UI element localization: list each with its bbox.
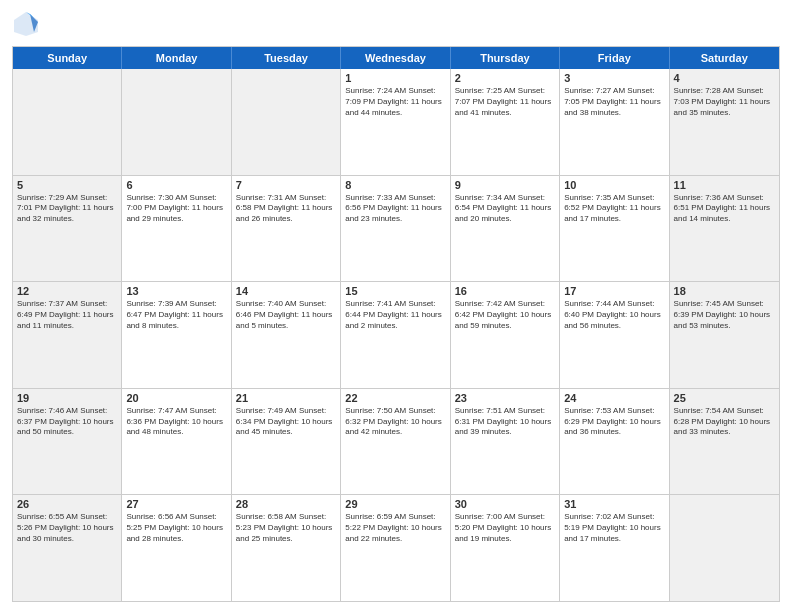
day-info: Sunrise: 7:31 AM Sunset: 6:58 PM Dayligh… [236,193,336,225]
day-info: Sunrise: 7:47 AM Sunset: 6:36 PM Dayligh… [126,406,226,438]
day-info: Sunrise: 7:25 AM Sunset: 7:07 PM Dayligh… [455,86,555,118]
day-number: 3 [564,72,664,84]
day-info: Sunrise: 7:00 AM Sunset: 5:20 PM Dayligh… [455,512,555,544]
calendar-cell-19: 19Sunrise: 7:46 AM Sunset: 6:37 PM Dayli… [13,389,122,495]
day-number: 7 [236,179,336,191]
day-number: 15 [345,285,445,297]
calendar-cell-17: 17Sunrise: 7:44 AM Sunset: 6:40 PM Dayli… [560,282,669,388]
day-info: Sunrise: 7:42 AM Sunset: 6:42 PM Dayligh… [455,299,555,331]
day-info: Sunrise: 7:34 AM Sunset: 6:54 PM Dayligh… [455,193,555,225]
calendar-row-1: 1Sunrise: 7:24 AM Sunset: 7:09 PM Daylig… [13,69,779,176]
day-number: 12 [17,285,117,297]
day-number: 4 [674,72,775,84]
calendar-cell-29: 29Sunrise: 6:59 AM Sunset: 5:22 PM Dayli… [341,495,450,601]
day-info: Sunrise: 6:55 AM Sunset: 5:26 PM Dayligh… [17,512,117,544]
day-info: Sunrise: 7:30 AM Sunset: 7:00 PM Dayligh… [126,193,226,225]
day-number: 22 [345,392,445,404]
day-number: 18 [674,285,775,297]
day-number: 13 [126,285,226,297]
calendar-header: SundayMondayTuesdayWednesdayThursdayFrid… [13,47,779,69]
day-info: Sunrise: 7:02 AM Sunset: 5:19 PM Dayligh… [564,512,664,544]
calendar-cell-31: 31Sunrise: 7:02 AM Sunset: 5:19 PM Dayli… [560,495,669,601]
day-number: 31 [564,498,664,510]
calendar-cell-14: 14Sunrise: 7:40 AM Sunset: 6:46 PM Dayli… [232,282,341,388]
day-number: 25 [674,392,775,404]
calendar-cell-empty-4-6 [670,495,779,601]
calendar-cell-12: 12Sunrise: 7:37 AM Sunset: 6:49 PM Dayli… [13,282,122,388]
calendar-cell-16: 16Sunrise: 7:42 AM Sunset: 6:42 PM Dayli… [451,282,560,388]
day-number: 6 [126,179,226,191]
calendar-cell-1: 1Sunrise: 7:24 AM Sunset: 7:09 PM Daylig… [341,69,450,175]
day-number: 28 [236,498,336,510]
calendar-row-4: 19Sunrise: 7:46 AM Sunset: 6:37 PM Dayli… [13,389,779,496]
day-number: 10 [564,179,664,191]
day-info: Sunrise: 7:27 AM Sunset: 7:05 PM Dayligh… [564,86,664,118]
day-number: 23 [455,392,555,404]
day-info: Sunrise: 7:40 AM Sunset: 6:46 PM Dayligh… [236,299,336,331]
calendar-cell-3: 3Sunrise: 7:27 AM Sunset: 7:05 PM Daylig… [560,69,669,175]
day-info: Sunrise: 7:49 AM Sunset: 6:34 PM Dayligh… [236,406,336,438]
calendar-cell-26: 26Sunrise: 6:55 AM Sunset: 5:26 PM Dayli… [13,495,122,601]
calendar-cell-21: 21Sunrise: 7:49 AM Sunset: 6:34 PM Dayli… [232,389,341,495]
page: SundayMondayTuesdayWednesdayThursdayFrid… [0,0,792,612]
calendar-body: 1Sunrise: 7:24 AM Sunset: 7:09 PM Daylig… [13,69,779,601]
header-day-sunday: Sunday [13,47,122,69]
day-number: 20 [126,392,226,404]
calendar-cell-empty-0-0 [13,69,122,175]
calendar-cell-10: 10Sunrise: 7:35 AM Sunset: 6:52 PM Dayli… [560,176,669,282]
day-number: 14 [236,285,336,297]
day-number: 5 [17,179,117,191]
calendar-cell-23: 23Sunrise: 7:51 AM Sunset: 6:31 PM Dayli… [451,389,560,495]
header-day-saturday: Saturday [670,47,779,69]
calendar-cell-8: 8Sunrise: 7:33 AM Sunset: 6:56 PM Daylig… [341,176,450,282]
day-number: 24 [564,392,664,404]
calendar-row-5: 26Sunrise: 6:55 AM Sunset: 5:26 PM Dayli… [13,495,779,601]
calendar-row-2: 5Sunrise: 7:29 AM Sunset: 7:01 PM Daylig… [13,176,779,283]
calendar-cell-25: 25Sunrise: 7:54 AM Sunset: 6:28 PM Dayli… [670,389,779,495]
calendar-cell-2: 2Sunrise: 7:25 AM Sunset: 7:07 PM Daylig… [451,69,560,175]
calendar-cell-7: 7Sunrise: 7:31 AM Sunset: 6:58 PM Daylig… [232,176,341,282]
calendar-cell-empty-0-2 [232,69,341,175]
day-number: 8 [345,179,445,191]
day-info: Sunrise: 6:56 AM Sunset: 5:25 PM Dayligh… [126,512,226,544]
header-day-thursday: Thursday [451,47,560,69]
calendar-cell-30: 30Sunrise: 7:00 AM Sunset: 5:20 PM Dayli… [451,495,560,601]
calendar-cell-22: 22Sunrise: 7:50 AM Sunset: 6:32 PM Dayli… [341,389,450,495]
day-info: Sunrise: 6:58 AM Sunset: 5:23 PM Dayligh… [236,512,336,544]
calendar-cell-20: 20Sunrise: 7:47 AM Sunset: 6:36 PM Dayli… [122,389,231,495]
calendar-cell-28: 28Sunrise: 6:58 AM Sunset: 5:23 PM Dayli… [232,495,341,601]
day-number: 1 [345,72,445,84]
day-number: 26 [17,498,117,510]
calendar-row-3: 12Sunrise: 7:37 AM Sunset: 6:49 PM Dayli… [13,282,779,389]
calendar: SundayMondayTuesdayWednesdayThursdayFrid… [12,46,780,602]
day-info: Sunrise: 7:28 AM Sunset: 7:03 PM Dayligh… [674,86,775,118]
day-info: Sunrise: 7:39 AM Sunset: 6:47 PM Dayligh… [126,299,226,331]
day-info: Sunrise: 7:46 AM Sunset: 6:37 PM Dayligh… [17,406,117,438]
day-info: Sunrise: 7:50 AM Sunset: 6:32 PM Dayligh… [345,406,445,438]
day-number: 27 [126,498,226,510]
day-number: 29 [345,498,445,510]
day-number: 17 [564,285,664,297]
day-number: 2 [455,72,555,84]
day-info: Sunrise: 6:59 AM Sunset: 5:22 PM Dayligh… [345,512,445,544]
day-number: 21 [236,392,336,404]
logo [12,10,44,38]
calendar-cell-9: 9Sunrise: 7:34 AM Sunset: 6:54 PM Daylig… [451,176,560,282]
day-info: Sunrise: 7:35 AM Sunset: 6:52 PM Dayligh… [564,193,664,225]
calendar-cell-4: 4Sunrise: 7:28 AM Sunset: 7:03 PM Daylig… [670,69,779,175]
day-info: Sunrise: 7:29 AM Sunset: 7:01 PM Dayligh… [17,193,117,225]
calendar-cell-27: 27Sunrise: 6:56 AM Sunset: 5:25 PM Dayli… [122,495,231,601]
logo-icon [12,10,40,38]
calendar-cell-11: 11Sunrise: 7:36 AM Sunset: 6:51 PM Dayli… [670,176,779,282]
day-info: Sunrise: 7:24 AM Sunset: 7:09 PM Dayligh… [345,86,445,118]
day-number: 11 [674,179,775,191]
header-day-monday: Monday [122,47,231,69]
calendar-cell-18: 18Sunrise: 7:45 AM Sunset: 6:39 PM Dayli… [670,282,779,388]
calendar-cell-15: 15Sunrise: 7:41 AM Sunset: 6:44 PM Dayli… [341,282,450,388]
day-number: 30 [455,498,555,510]
calendar-cell-13: 13Sunrise: 7:39 AM Sunset: 6:47 PM Dayli… [122,282,231,388]
day-number: 9 [455,179,555,191]
day-info: Sunrise: 7:45 AM Sunset: 6:39 PM Dayligh… [674,299,775,331]
header [12,10,780,38]
calendar-cell-6: 6Sunrise: 7:30 AM Sunset: 7:00 PM Daylig… [122,176,231,282]
